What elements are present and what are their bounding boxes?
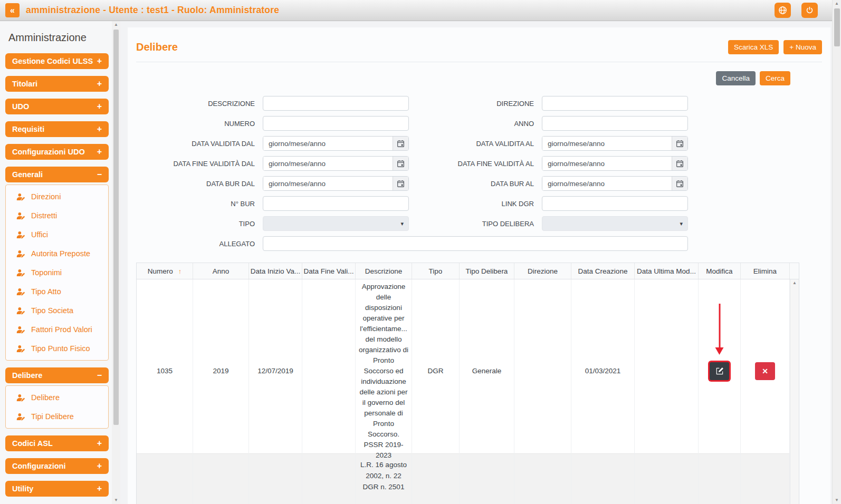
data-validita-dal-input[interactable] [263,137,393,150]
sidebar-section-utility[interactable]: Utility + [5,481,109,497]
logout-button[interactable] [801,3,818,18]
user-edit-icon [16,269,26,277]
sidebar-item-tipo-punto-fisico[interactable]: Tipo Punto Fisico [6,339,108,358]
sidebar-item-delibere[interactable]: Delibere [6,388,108,407]
allegato-input[interactable] [263,236,688,251]
new-button[interactable]: + Nuova [783,40,822,54]
sidebar-item-distretti[interactable]: Distretti [6,206,108,225]
calendar-icon [397,140,405,148]
sidebar-collapse-button[interactable]: « [5,3,20,17]
calendar-button[interactable] [672,157,687,170]
cell-elimina [741,454,790,504]
sidebar-item-direzioni[interactable]: Direzioni [6,187,108,206]
sidebar-section-requisiti[interactable]: Requisiti + [5,121,109,137]
calendar-button[interactable] [393,137,408,150]
close-icon: ✕ [762,367,768,375]
calendar-button[interactable] [672,177,687,190]
edit-icon [715,367,724,375]
column-header-direzione[interactable]: Direzione [514,263,571,279]
data-bur-al-input[interactable] [542,177,672,190]
scroll-down-icon[interactable]: ▼ [833,497,841,504]
column-header-tipo[interactable]: Tipo [412,263,460,279]
sidebar-item-autorita-preposte[interactable]: Autorita Preposte [6,244,108,263]
data-validita-al-input[interactable] [542,137,672,150]
sidebar-section-configurazioni-udo[interactable]: Configurazioni UDO + [5,144,109,160]
delete-button[interactable]: ✕ [755,362,775,380]
plus-icon: + [97,56,102,66]
user-edit-icon [16,394,26,402]
data-fine-validita-dal-input[interactable] [263,157,393,170]
calendar-button[interactable] [393,177,408,190]
numero-input[interactable] [263,116,409,131]
clear-button[interactable]: Cancella [716,71,756,85]
language-button[interactable] [775,3,791,18]
scroll-up-icon[interactable]: ▲ [833,0,841,7]
link-dgr-input[interactable] [542,196,688,211]
sidebar-item-tipi-delibere[interactable]: Tipi Delibere [6,407,108,426]
sidebar-item-uffici[interactable]: Uffici [6,225,108,244]
sort-asc-icon: ↑ [178,267,182,275]
scroll-down-icon[interactable]: ▼ [112,497,120,504]
cell-data-creazione: 01/03/2021 [571,279,635,463]
scrollbar-thumb[interactable] [113,30,119,425]
scroll-up-icon[interactable]: ▲ [112,21,120,28]
edit-button[interactable] [710,362,729,380]
download-xls-button[interactable]: Scarica XLS [728,40,779,54]
sidebar-section-delibere[interactable]: Delibere − [5,367,109,383]
sidebar-item-tipo-societa[interactable]: Tipo Societa [6,301,108,320]
cell-data-ultima-mod [635,454,699,504]
plus-icon: + [97,484,102,493]
calendar-button[interactable] [393,157,408,170]
anno-input[interactable] [542,116,688,131]
sidebar-section-udo[interactable]: UDO + [5,99,109,114]
column-header-data-ultima-mod[interactable]: Data Ultima Mod... [635,263,699,279]
tipo-delibera-select[interactable]: ▾ [542,216,688,231]
column-header-numero[interactable]: Numero ↑ [137,263,193,279]
table-scrollbar[interactable]: ▲ [790,279,799,504]
search-button[interactable]: Cerca [760,71,790,85]
cell-descrizione: Approvazione delle disposizioni operativ… [356,279,412,463]
column-header-data-inizio[interactable]: Data Inizio Va... [249,263,302,279]
sidebar-item-toponimi[interactable]: Toponimi [6,263,108,282]
column-header-elimina: Elimina [741,263,790,279]
sidebar: Amministrazione Gestione Codici ULSS + T… [0,21,120,504]
column-header-data-fine[interactable]: Data Fine Vali... [302,263,356,279]
cell-data-creazione [571,454,635,504]
numero-label: NUMERO [136,120,255,128]
cell-direzione [514,279,571,463]
calendar-button[interactable] [672,137,687,150]
sidebar-item-fattori-prod-valori[interactable]: Fattori Prod Valori [6,320,108,339]
column-header-anno[interactable]: Anno [193,263,249,279]
cell-data-inizio: 12/07/2019 [249,279,302,463]
user-edit-icon [16,345,26,353]
sidebar-section-configurazioni[interactable]: Configurazioni + [5,458,109,474]
sidebar-section-generali[interactable]: Generali − [5,167,109,182]
sidebar-scrollbar[interactable]: ▲ ▼ [112,21,120,504]
chevron-down-icon: ▾ [400,220,404,227]
data-fine-validita-al-input[interactable] [542,157,672,170]
sidebar-section-codici-asl[interactable]: Codici ASL + [5,435,109,451]
sidebar-section-gestione-codici-ulss[interactable]: Gestione Codici ULSS + [5,53,109,69]
column-header-tipo-delibera[interactable]: Tipo Delibera [460,263,514,279]
chevron-down-icon: ▾ [680,220,683,227]
sidebar-section-titolari[interactable]: Titolari + [5,76,109,92]
tipo-delibera-label: TIPO DELIBERA [417,220,534,228]
column-header-data-creazione[interactable]: Data Creazione [571,263,635,279]
calendar-icon [676,180,684,188]
n-bur-input[interactable] [263,196,409,211]
plus-icon: + [97,124,102,134]
minus-icon: − [97,170,102,179]
direzione-input[interactable] [542,96,688,111]
user-edit-icon [16,288,26,296]
descrizione-input[interactable] [263,96,409,111]
data-bur-dal-input[interactable] [263,177,393,190]
page-scrollbar[interactable]: ▲ ▼ [832,0,841,504]
cell-direzione [514,454,571,504]
sidebar-item-tipo-atto[interactable]: Tipo Atto [6,282,108,301]
column-header-descrizione[interactable]: Descrizione [356,263,412,279]
scroll-up-icon[interactable]: ▲ [790,279,799,287]
data-bur-dal-label: DATA BUR DAL [136,180,255,188]
scrollbar-thumb[interactable] [834,8,840,46]
tipo-select[interactable]: ▾ [263,216,409,231]
power-icon [806,6,814,14]
